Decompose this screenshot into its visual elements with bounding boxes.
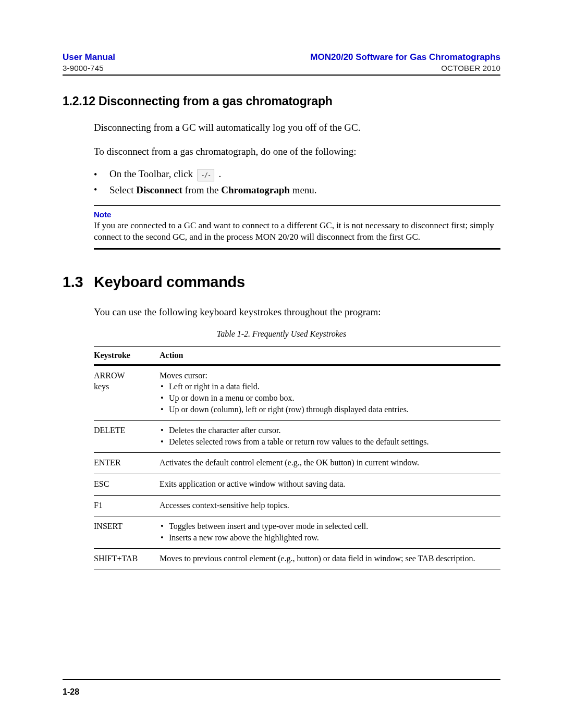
footer-rule [63,679,500,680]
table-caption: Table 1-2. Frequently Used Keystrokes [63,329,500,339]
document-page: User Manual MON20/20 Software for Gas Ch… [0,0,563,728]
note-block: Note If you are connected to a GC and wa… [94,205,500,250]
th-keystroke: Keystroke [94,346,160,365]
cell-action: Toggles between insert and type-over mod… [160,516,500,549]
disconnect-icon: -/- [198,169,214,181]
page-subheader: 3-9000-745 OCTOBER 2010 [63,64,500,72]
bullet1-post: . [219,168,222,179]
table-row: F1Accesses context-sensitive help topics… [94,495,500,516]
para-keyboard-intro: You can use the following keyboard keyst… [94,305,500,319]
bullet-menu-text: Select Disconnect from the Chromatograph… [109,184,317,196]
note-body: If you are connected to a GC and want to… [94,220,500,243]
cell-keystroke: SHIFT+TAB [94,549,160,570]
bullet-toolbar-text: On the Toolbar, click -/- . [109,168,221,181]
page-footer: 1-28 [63,675,500,697]
disconnect-bullets: • On the Toolbar, click -/- . • Select D… [94,168,500,196]
bullet-menu: • Select Disconnect from the Chromatogra… [94,184,500,196]
heading-1-2-12: 1.2.12 Disconnecting from a gas chromato… [63,94,500,108]
cell-keystroke: DELETE [94,421,160,453]
bullet-dot-icon: • [94,184,109,195]
heading-1-3: 1.3Keyboard commands [63,274,500,291]
bullet2-b1: Disconnect [136,184,182,195]
para-disconnect-1: Disconnecting from a GC will automatical… [94,121,500,134]
heading-1-3-title: Keyboard commands [94,274,245,290]
table-row: ESCExits application or active window wi… [94,474,500,495]
bullet1-pre: On the Toolbar, click [109,168,195,179]
cell-action: Deletes the character after cursor.Delet… [160,421,500,453]
page-number: 1-28 [63,687,79,696]
bullet2-b2: Chromatograph [221,184,290,195]
cell-keystroke: ARROW keys [94,365,160,420]
header-left-title: User Manual [63,52,115,63]
cell-keystroke: INSERT [94,516,160,549]
page-header: User Manual MON20/20 Software for Gas Ch… [63,52,500,63]
cell-action: Moves cursor:Left or right in a data fie… [160,365,500,420]
cell-action: Activates the default control element (e… [160,453,500,474]
header-right-sub: OCTOBER 2010 [441,64,500,72]
table-row: DELETEDeletes the character after cursor… [94,421,500,453]
cell-keystroke: ENTER [94,453,160,474]
heading-1-3-number: 1.3 [63,274,94,291]
cell-action: Moves to previous control element (e.g.,… [160,549,500,570]
cell-action: Accesses context-sensitive help topics. [160,495,500,516]
cell-keystroke: ESC [94,474,160,495]
bullet2-mid: from the [182,184,221,195]
note-label: Note [94,210,500,219]
table-row: INSERTToggles between insert and type-ov… [94,516,500,549]
header-rule [63,75,500,76]
table-row: ARROW keysMoves cursor:Left or right in … [94,365,500,420]
bullet2-post: menu. [290,184,317,195]
bullet2-pre: Select [109,184,136,195]
keystroke-table: Keystroke Action ARROW keysMoves cursor:… [94,346,500,570]
cell-action: Exits application or active window witho… [160,474,500,495]
table-row: SHIFT+TABMoves to previous control eleme… [94,549,500,570]
header-right-title: MON20/20 Software for Gas Chromatographs [310,52,500,63]
para-disconnect-2: To disconnect from a gas chromatograph, … [94,145,500,158]
header-left-sub: 3-9000-745 [63,64,104,72]
bullet-toolbar: • On the Toolbar, click -/- . [94,168,500,181]
cell-keystroke: F1 [94,495,160,516]
table-header-row: Keystroke Action [94,346,500,365]
table-row: ENTERActivates the default control eleme… [94,453,500,474]
th-action: Action [160,346,500,365]
bullet-dot-icon: • [94,169,109,180]
